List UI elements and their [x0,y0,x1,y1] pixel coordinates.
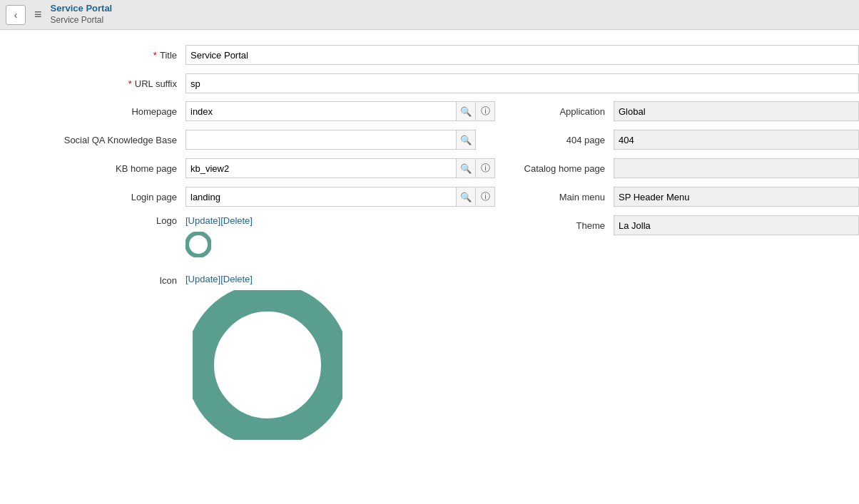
search-icon-3: 🔍 [460,163,472,174]
icon-update-link[interactable]: [Update] [185,274,220,284]
back-button[interactable]: ‹ [6,5,26,25]
catalog-home-input[interactable] [614,158,859,178]
hamburger-icon: ≡ [34,7,42,21]
logo-update-delete: [Update][Delete] [185,215,253,226]
hamburger-menu-button[interactable]: ≡ [31,6,45,24]
page-404-right: 404 page [471,130,859,150]
homepage-input[interactable] [185,101,457,121]
header-title-sub: Service Portal [51,15,113,26]
application-right: Application [471,101,859,121]
social-qa-input[interactable] [185,130,457,150]
social-qa-left: Social QA Knowledge Base 🔍 [0,130,471,150]
main-menu-input[interactable] [614,187,859,207]
icon-ring-icon [193,290,342,440]
search-icon: 🔍 [460,106,472,117]
social-qa-row: Social QA Knowledge Base 🔍 404 page [0,130,859,151]
kb-home-label: KB home page [0,163,185,174]
login-input-group: 🔍 ⓘ [185,187,495,207]
homepage-row: Homepage 🔍 ⓘ Application [0,101,859,123]
svg-point-1 [193,240,203,250]
required-star-title: * [153,50,157,61]
icon-content: [Update][Delete] [185,274,342,442]
page-404-input[interactable] [614,130,859,150]
kb-home-input-group: 🔍 ⓘ [185,158,495,178]
title-row: *Title [0,44,859,66]
logo-update-link[interactable]: [Update] [185,215,220,226]
title-input[interactable] [185,45,859,65]
application-label: Application [471,106,614,117]
header-title-block: Service Portal Service Portal [51,3,113,26]
kb-home-left: KB home page 🔍 ⓘ [0,158,471,178]
login-input[interactable] [185,187,457,207]
title-label: *Title [0,50,185,61]
logo-ring-icon [185,232,211,257]
theme-right: Theme [471,215,859,235]
logo-row: Logo [Update][Delete] Theme [0,215,859,259]
search-icon-4: 🔍 [460,192,472,202]
logo-left: Logo [Update][Delete] [0,215,471,259]
header-title-main: Service Portal [51,3,113,15]
form-container: *Title *URL suffix Homepage 🔍 ⓘ Applicat… [0,30,859,463]
logo-delete-link[interactable]: [Delete] [220,215,253,226]
login-label: Login page [0,192,185,202]
social-qa-input-group: 🔍 [185,130,476,150]
icon-update-delete: [Update][Delete] [185,274,253,284]
icon-label: Icon [0,274,185,286]
kb-home-row: KB home page 🔍 ⓘ Catalog home page [0,158,859,180]
social-qa-label: Social QA Knowledge Base [0,135,185,145]
kb-home-input[interactable] [185,158,457,178]
icon-delete-link[interactable]: [Delete] [220,274,253,284]
url-suffix-row: *URL suffix [0,73,859,94]
main-menu-label: Main menu [471,192,614,202]
main-menu-right: Main menu [471,187,859,207]
logo-label: Logo [0,215,185,226]
application-input[interactable] [614,101,859,121]
search-icon-2: 🔍 [460,135,472,145]
required-star-url: * [128,78,132,89]
theme-label: Theme [471,220,614,231]
url-suffix-input[interactable] [185,73,859,93]
login-row: Login page 🔍 ⓘ Main menu [0,187,859,208]
app-header: ‹ ≡ Service Portal Service Portal [0,0,859,30]
homepage-label: Homepage [0,106,185,117]
homepage-input-group: 🔍 ⓘ [185,101,495,121]
catalog-home-right: Catalog home page [471,158,859,178]
icon-row: Icon [Update][Delete] [0,274,859,442]
page-404-label: 404 page [471,135,614,145]
chevron-left-icon: ‹ [14,9,18,21]
homepage-left: Homepage 🔍 ⓘ [0,101,471,121]
theme-input[interactable] [614,215,859,235]
catalog-home-label: Catalog home page [471,163,614,174]
login-left: Login page 🔍 ⓘ [0,187,471,207]
url-suffix-label: *URL suffix [0,78,185,89]
icon-preview [193,290,342,442]
logo-top: Logo [Update][Delete] [0,215,471,226]
svg-point-3 [238,335,298,395]
logo-preview [185,232,211,259]
